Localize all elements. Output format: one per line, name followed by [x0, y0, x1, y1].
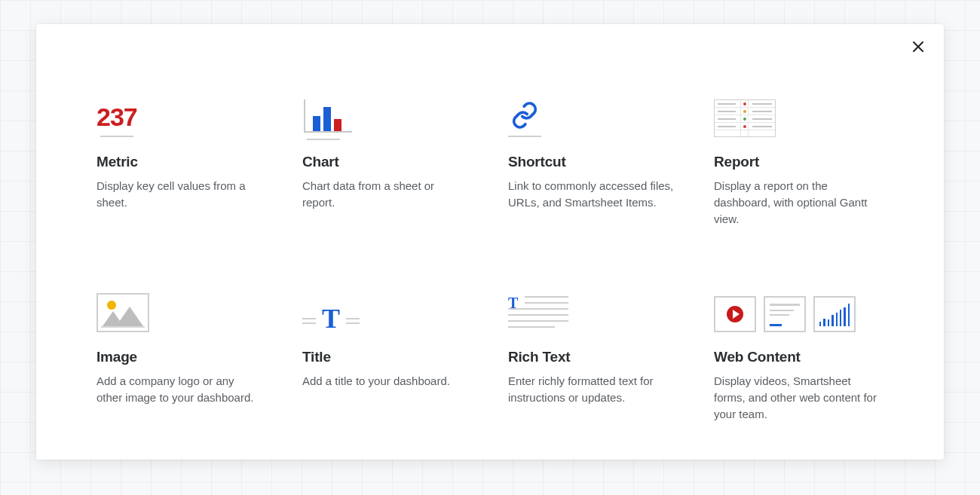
web-content-icon — [714, 280, 890, 332]
widget-desc: Display a report on the dashboard, with … — [714, 178, 880, 227]
chart-thumb-icon — [813, 296, 856, 332]
metric-sample-value: 237 — [96, 104, 137, 130]
widget-desc: Enter richly formatted text for instruct… — [508, 373, 674, 406]
widget-desc: Chart data from a sheet or report. — [302, 178, 468, 211]
widget-option-shortcut[interactable]: Shortcut Link to commonly accessed files… — [508, 84, 684, 227]
image-icon — [96, 280, 272, 332]
rich-text-icon: T — [508, 280, 684, 332]
add-widget-modal: 237 Metric Display key cell values from … — [36, 24, 944, 460]
close-icon — [913, 41, 923, 52]
widget-desc: Add a company logo or any other image to… — [96, 373, 262, 406]
report-icon — [714, 84, 890, 137]
widget-option-metric[interactable]: 237 Metric Display key cell values from … — [96, 84, 272, 227]
form-thumb-icon — [764, 296, 806, 332]
widget-option-web-content[interactable]: Web Content Display videos, Smartsheet f… — [714, 280, 890, 422]
widget-title: Web Content — [714, 349, 890, 365]
widget-title: Image — [96, 349, 272, 365]
widget-title: Report — [714, 154, 890, 170]
chart-icon — [302, 84, 478, 137]
widget-option-rich-text[interactable]: T Rich Text Enter richly formatted text … — [508, 280, 684, 422]
widget-title: Chart — [302, 154, 478, 170]
widget-desc: Display key cell values from a sheet. — [96, 178, 262, 211]
widget-title: Rich Text — [508, 349, 684, 365]
video-thumb-icon — [714, 296, 756, 332]
widget-desc: Link to commonly accessed files, URLs, a… — [508, 178, 674, 211]
widget-desc: Display videos, Smartsheet forms, and ot… — [714, 373, 880, 422]
widget-option-chart[interactable]: Chart Chart data from a sheet or report. — [302, 84, 478, 227]
widget-title: Shortcut — [508, 154, 684, 170]
widget-grid: 237 Metric Display key cell values from … — [96, 84, 890, 423]
widget-desc: Add a title to your dashboard. — [302, 373, 468, 390]
widget-option-title[interactable]: T Title Add a title to your dashboard. — [302, 280, 478, 422]
widget-option-image[interactable]: Image Add a company logo or any other im… — [96, 280, 272, 422]
widget-option-report[interactable]: Report Display a report on the dashboard… — [714, 84, 890, 227]
metric-icon: 237 — [96, 84, 272, 137]
link-icon — [508, 84, 684, 137]
widget-title: Title — [302, 349, 478, 365]
title-icon: T — [302, 280, 478, 332]
close-button[interactable] — [909, 38, 927, 56]
widget-title: Metric — [96, 154, 272, 170]
